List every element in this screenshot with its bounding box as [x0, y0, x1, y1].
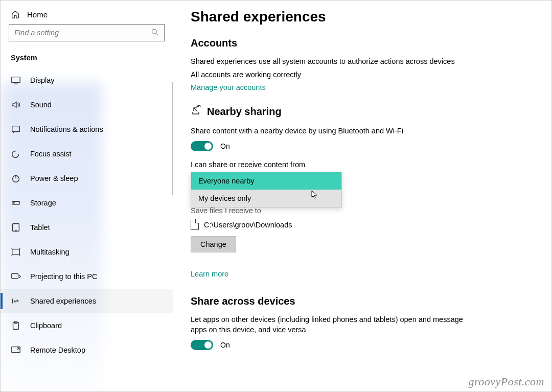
sidebar-item-label: Storage — [30, 199, 56, 207]
share-receive-dropdown[interactable]: Everyone nearby My devices only — [191, 172, 342, 207]
nearby-sharing-heading: Nearby sharing — [191, 105, 533, 119]
svg-rect-2 — [12, 126, 20, 132]
sidebar-item-label: Notifications & actions — [30, 125, 103, 133]
sidebar-scrollbar[interactable] — [172, 82, 173, 195]
sidebar-item-label: Shared experiences — [30, 297, 96, 305]
sidebar-item-label: Power & sleep — [30, 174, 78, 182]
sidebar-item-clipboard[interactable]: Clipboard — [1, 313, 173, 338]
sidebar-nav: Display Sound Notifications & actions Fo… — [1, 68, 173, 362]
svg-rect-1 — [12, 77, 20, 83]
sidebar-item-label: Multitasking — [30, 248, 70, 256]
sidebar-item-label: Projecting to this PC — [30, 272, 97, 281]
search-icon — [151, 28, 160, 37]
sidebar-item-focus-assist[interactable]: Focus assist — [1, 142, 173, 166]
save-files-label: Save files I receive to — [191, 206, 533, 215]
sidebar-item-notifications[interactable]: Notifications & actions — [1, 117, 173, 142]
sidebar-item-label: Focus assist — [30, 150, 72, 158]
main-panel: Shared experiences Accounts Shared exper… — [173, 1, 551, 391]
sidebar-item-shared-experiences[interactable]: Shared experiences — [1, 289, 173, 313]
accounts-status: All accounts are working correctly — [191, 70, 477, 80]
watermark: groovyPost.com — [468, 375, 544, 388]
settings-window: Home System Display Sound Notificat — [0, 0, 552, 392]
shared-experiences-icon — [11, 296, 21, 306]
nearby-sharing-toggle[interactable] — [191, 141, 213, 151]
clipboard-icon — [11, 320, 21, 331]
home-label: Home — [27, 10, 48, 19]
search-box[interactable] — [9, 24, 165, 41]
power-icon — [11, 173, 21, 183]
sidebar-item-storage[interactable]: Storage — [1, 191, 173, 215]
home-button[interactable]: Home — [1, 7, 173, 24]
projecting-icon — [11, 271, 21, 282]
display-icon — [11, 75, 21, 85]
notifications-icon — [11, 124, 21, 134]
sidebar-item-sound[interactable]: Sound — [1, 93, 173, 117]
sidebar-item-remote-desktop[interactable]: Remote Desktop — [1, 338, 173, 362]
sidebar: Home System Display Sound Notificat — [1, 1, 173, 391]
tablet-icon — [11, 222, 21, 233]
svg-point-5 — [13, 202, 14, 203]
svg-rect-8 — [12, 274, 18, 279]
manage-accounts-link[interactable]: Manage your accounts — [191, 83, 533, 91]
sidebar-item-power-sleep[interactable]: Power & sleep — [1, 166, 173, 191]
sidebar-item-multitasking[interactable]: Multitasking — [1, 240, 173, 264]
sidebar-group-title: System — [1, 51, 173, 68]
sidebar-item-label: Clipboard — [30, 321, 62, 330]
save-path-row: C:\Users\groov\Downloads — [191, 220, 533, 230]
change-button[interactable]: Change — [191, 236, 236, 252]
nearby-heading-text: Nearby sharing — [207, 106, 282, 118]
storage-icon — [11, 198, 21, 208]
remote-desktop-icon — [11, 345, 21, 355]
share-receive-label: I can share or receive content from — [191, 160, 533, 169]
sidebar-item-tablet[interactable]: Tablet — [1, 215, 173, 240]
svg-rect-7 — [12, 249, 20, 255]
folder-icon — [191, 220, 199, 230]
learn-more-link[interactable]: Learn more — [191, 270, 533, 278]
share-across-heading: Share across devices — [191, 295, 533, 307]
multitasking-icon — [11, 247, 21, 257]
share-across-description: Let apps on other devices (including lin… — [191, 314, 477, 335]
focus-assist-icon — [11, 149, 21, 159]
save-path-text: C:\Users\groov\Downloads — [204, 221, 292, 229]
share-across-toggle[interactable] — [191, 340, 213, 350]
nearby-toggle-state: On — [220, 142, 230, 150]
dropdown-option-everyone[interactable]: Everyone nearby — [191, 172, 341, 190]
search-input[interactable] — [13, 28, 151, 37]
svg-point-0 — [152, 29, 156, 34]
nearby-description: Share content with a nearby device by us… — [191, 126, 477, 136]
sidebar-item-label: Tablet — [30, 223, 50, 232]
sidebar-item-display[interactable]: Display — [1, 68, 173, 93]
sidebar-item-label: Display — [30, 76, 55, 84]
page-title: Shared experiences — [191, 9, 533, 25]
accounts-description: Shared experiences use all system accoun… — [191, 56, 477, 66]
share-icon — [191, 105, 202, 119]
sidebar-item-label: Sound — [30, 101, 52, 109]
dropdown-option-my-devices[interactable]: My devices only — [191, 190, 341, 207]
home-icon — [11, 10, 20, 19]
sound-icon — [11, 100, 21, 110]
sidebar-item-projecting[interactable]: Projecting to this PC — [1, 264, 173, 289]
sidebar-item-label: Remote Desktop — [30, 346, 85, 354]
accounts-heading: Accounts — [191, 37, 533, 49]
share-across-toggle-state: On — [220, 341, 230, 349]
